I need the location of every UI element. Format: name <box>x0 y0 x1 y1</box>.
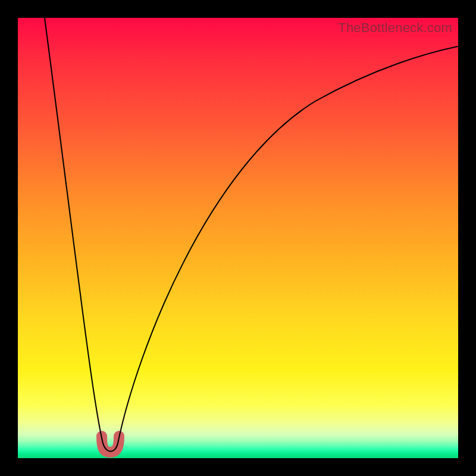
chart-frame: TheBottleneck.com <box>0 0 476 476</box>
curve-path <box>45 18 458 452</box>
minimum-marker <box>102 436 119 452</box>
bottleneck-curve <box>18 18 458 458</box>
plot-area: TheBottleneck.com <box>18 18 458 458</box>
attribution-watermark: TheBottleneck.com <box>338 20 452 36</box>
